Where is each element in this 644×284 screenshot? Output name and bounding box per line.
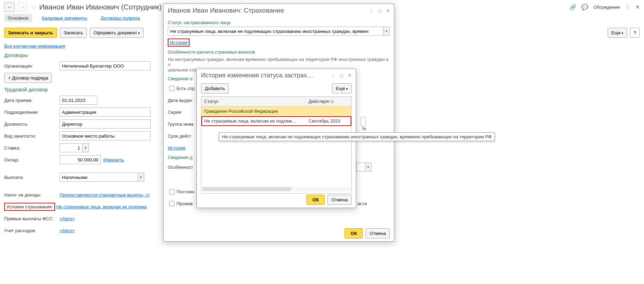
features-input[interactable]	[356, 162, 365, 172]
all-contact-link[interactable]: Вся контактная информация	[4, 43, 65, 49]
nav-back-button[interactable]: ←	[4, 2, 15, 12]
series-label: Серия:	[168, 110, 182, 115]
expenses-label: Учет расходов:	[4, 228, 60, 233]
save-button[interactable]: Записать	[60, 28, 87, 38]
tab-main[interactable]: Основное	[4, 14, 32, 22]
permanent-checkbox[interactable]	[169, 189, 174, 194]
salary-label: Оклад:	[4, 157, 60, 162]
discussion-icon[interactable]: 💬	[581, 4, 588, 11]
insurance-label: Условия страхования:	[6, 204, 53, 209]
horizontal-scrollbar[interactable]	[202, 187, 351, 191]
save-close-button[interactable]: Записать и закрыть	[4, 28, 57, 38]
percent-label: %	[362, 126, 366, 131]
close-icon[interactable]: ✕	[635, 4, 640, 11]
expenses-auto-link[interactable]: <Авто>	[60, 228, 75, 233]
row2-date: Сентябрь 2023	[306, 116, 351, 126]
history-link[interactable]: История	[170, 40, 187, 45]
create-document-button[interactable]: Оформить документ	[90, 28, 144, 38]
has-cert-label: Есть спр	[176, 86, 195, 91]
position-label: Должность:	[4, 122, 60, 127]
panel-maximize-icon[interactable]: ◻	[378, 8, 382, 13]
panel1-ok-button[interactable]: ОК	[345, 228, 363, 238]
org-input[interactable]	[60, 61, 151, 70]
calc-text: На нестрахуемых граждан, включая временн…	[168, 57, 390, 67]
history-table: Статус Действует с Гражданин Российской …	[201, 96, 352, 194]
more-menu-icon[interactable]: ⋮	[625, 4, 630, 11]
status-section-label: Статус застрахованного лица	[168, 20, 390, 25]
dept-label: Подразделение:	[4, 110, 60, 115]
page-title: Иванов Иван Иванович (Сотрудник)	[39, 3, 162, 11]
tab-contracts[interactable]: Договоры подряда	[97, 14, 144, 22]
validity-label: Срок дейст	[168, 133, 192, 139]
row2-status: Не страхуемые лица, включая не подлеж…	[201, 116, 306, 126]
history-more-button[interactable]: Еще	[332, 83, 352, 93]
table-row[interactable]: Не страхуемые лица, включая не подлеж… С…	[201, 116, 351, 126]
help-button[interactable]: ?	[630, 28, 640, 37]
nav-forward-button[interactable]: →	[18, 2, 28, 12]
tax-link[interactable]: Предоставляются стандартные вычеты, ст	[60, 192, 150, 198]
history-maximize-icon[interactable]: ◻	[340, 73, 344, 78]
inv-group-label: Группа инва	[168, 122, 193, 127]
panel1-cancel-button[interactable]: Отмена	[366, 228, 390, 238]
row1-date	[306, 106, 351, 116]
emp-type-label: Вид занятости:	[4, 133, 60, 139]
payment-dropdown-button[interactable]: ▾	[138, 173, 144, 182]
add-row-button[interactable]: Добавить	[201, 83, 229, 93]
tax-label: Налог на доходы:	[4, 192, 60, 198]
calc-section-label: Особенности расчета страховых взносов	[168, 49, 390, 55]
position-input[interactable]	[60, 119, 151, 129]
payment-label: Выплата:	[4, 175, 60, 180]
insured-status-input[interactable]	[168, 27, 383, 36]
link-icon[interactable]: 🔗	[569, 4, 576, 11]
features-label: Особенност	[168, 165, 193, 170]
dept-input[interactable]	[60, 108, 151, 117]
org-label: Организация:	[4, 63, 60, 69]
resides-label: Прожив	[176, 201, 193, 206]
resides-checkbox[interactable]	[169, 201, 174, 206]
rate-label: Ставка:	[4, 145, 60, 151]
discussion-label[interactable]: Обсуждение	[593, 5, 620, 10]
hire-date-input[interactable]	[60, 96, 97, 105]
emp-type-input[interactable]	[60, 131, 151, 140]
panel-menu-icon[interactable]: ⋮	[369, 8, 374, 13]
issue-date-label: Дата выдач	[168, 98, 192, 103]
col-date-header[interactable]: Действует с	[306, 97, 351, 106]
hire-date-label: Дата приема:	[4, 98, 60, 103]
payment-input[interactable]	[60, 173, 138, 182]
history-menu-icon[interactable]: ⋮	[331, 73, 335, 78]
add-contract-button[interactable]: + Договор подряда	[4, 73, 52, 83]
fss-label: Прямые выплаты ФСС:	[4, 216, 60, 221]
insured-status-dropdown-button[interactable]: ▾	[383, 27, 390, 36]
row1-status: Гражданин Российской Федерации	[201, 106, 306, 116]
favorite-icon[interactable]: ☆	[31, 3, 36, 11]
has-cert-checkbox[interactable]	[169, 86, 174, 91]
history-ok-button[interactable]: ОК	[306, 195, 325, 205]
insurance-link[interactable]: Не страхуемые лица, включая не подлежа	[56, 204, 147, 209]
history-link-2[interactable]: История	[168, 145, 185, 151]
resides-tail: асти	[358, 201, 367, 206]
tab-hr-docs[interactable]: Кадровые документы	[39, 14, 91, 22]
history-close-icon[interactable]: ✕	[348, 73, 352, 78]
insurance-panel-title: Иванов Иван Иванович: Страхование	[168, 7, 284, 14]
change-salary-link[interactable]: Изменить	[103, 157, 124, 162]
panel-close-icon[interactable]: ✕	[386, 8, 390, 13]
history-panel-title: История изменения статуса застрах…	[201, 72, 313, 79]
rate-input[interactable]	[60, 143, 83, 152]
history-cancel-button[interactable]: Отмена	[327, 195, 352, 205]
tooltip: Не страхуемые лица, включая не подлежащи…	[219, 132, 495, 141]
fss-auto-link[interactable]: <Авто>	[60, 216, 75, 221]
table-row[interactable]: Гражданин Российской Федерации	[201, 106, 351, 116]
more-button[interactable]: Еще	[608, 28, 627, 38]
inv-group-input[interactable]	[361, 117, 366, 126]
salary-input[interactable]	[60, 155, 101, 164]
permanent-label: Постоян	[176, 189, 194, 194]
features-dropdown-button[interactable]: ▾	[365, 162, 372, 172]
col-status-header[interactable]: Статус	[201, 97, 306, 106]
rate-dropdown-button[interactable]: ▾	[83, 143, 89, 152]
